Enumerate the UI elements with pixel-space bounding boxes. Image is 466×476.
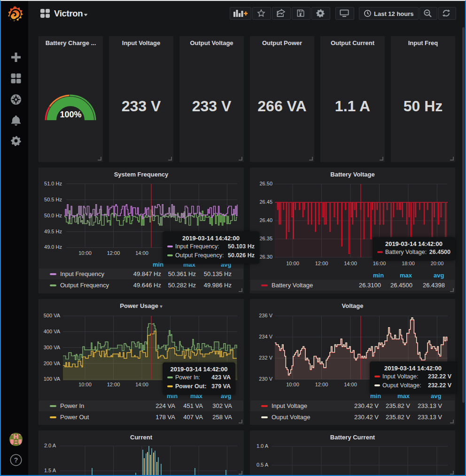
svg-text:?: ? xyxy=(14,456,18,464)
